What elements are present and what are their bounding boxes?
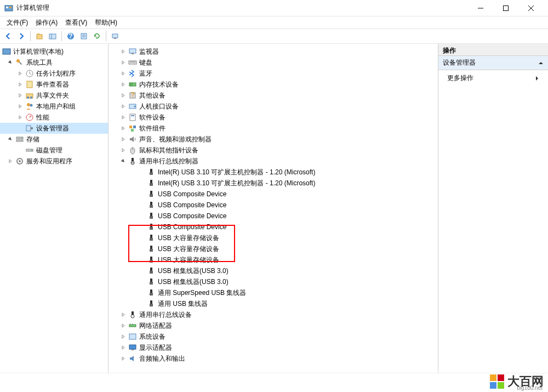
device-node[interactable]: 人机接口设备 xyxy=(109,101,438,112)
expander-icon[interactable] xyxy=(16,113,24,121)
device-node[interactable]: 系统设备 xyxy=(109,331,438,342)
expander-icon[interactable] xyxy=(16,81,24,88)
maximize-button[interactable] xyxy=(493,0,518,16)
minimize-button[interactable] xyxy=(468,0,493,16)
device-node[interactable]: 网络适配器 xyxy=(109,320,438,331)
node-device-manager[interactable]: 设备管理器 xyxy=(0,123,108,134)
device-node[interactable]: USB 大容量存储设备 xyxy=(109,254,438,265)
device-node[interactable]: 通用 USB 集线器 xyxy=(109,298,438,309)
device-node[interactable]: 通用串行总线设备 xyxy=(109,309,438,320)
expander-icon[interactable] xyxy=(16,70,24,77)
expander-icon[interactable] xyxy=(7,157,14,165)
more-actions[interactable]: 更多操作 xyxy=(438,70,548,86)
device-node[interactable]: USB 根集线器(USB 3.0) xyxy=(109,276,438,287)
device-node[interactable]: 通用 SuperSpeed USB 集线器 xyxy=(109,287,438,298)
expander-icon[interactable] xyxy=(16,103,24,110)
device-node[interactable]: 声音、视频和游戏控制器 xyxy=(109,134,438,145)
monitor-button[interactable] xyxy=(109,30,121,42)
device-node[interactable]: 键盘 xyxy=(109,57,438,68)
svg-rect-86 xyxy=(129,325,136,327)
event-icon xyxy=(25,80,34,89)
device-node[interactable]: ?其他设备 xyxy=(109,90,438,101)
usb_item-icon xyxy=(147,266,156,275)
device-node[interactable]: Intel(R) USB 3.10 可扩展主机控制器 - 1.20 (Micro… xyxy=(109,167,438,178)
node-shared-folders[interactable]: 共享文件夹 xyxy=(0,90,108,101)
menu-view[interactable]: 查看(V) xyxy=(62,17,90,29)
refresh-button[interactable] xyxy=(91,30,103,42)
device-node[interactable]: 软件组件 xyxy=(109,123,438,134)
properties-button[interactable] xyxy=(78,30,90,42)
expander-icon[interactable] xyxy=(16,92,24,99)
device-node[interactable]: 鼠标和其他指针设备 xyxy=(109,145,438,156)
expander-icon[interactable] xyxy=(119,113,127,121)
expander-icon[interactable] xyxy=(119,355,127,362)
svg-rect-61 xyxy=(150,183,153,186)
expander-icon[interactable] xyxy=(119,322,127,329)
node-computer-management[interactable]: 计算机管理(本地) xyxy=(0,46,108,57)
actions-section[interactable]: 设备管理器 xyxy=(438,56,548,70)
device-node[interactable]: USB 大容量存储设备 xyxy=(109,232,438,243)
expander-icon[interactable] xyxy=(119,81,127,88)
expander-icon[interactable] xyxy=(119,124,127,132)
expander-icon[interactable] xyxy=(119,48,127,55)
device-node[interactable]: 音频输入和输出 xyxy=(109,353,438,364)
expander-icon[interactable] xyxy=(119,146,127,154)
svg-rect-17 xyxy=(3,49,10,54)
expander-icon[interactable] xyxy=(119,344,127,351)
device-node[interactable]: USB Composite Device xyxy=(109,221,438,232)
other-icon: ? xyxy=(128,91,137,100)
device-node[interactable]: Intel(R) USB 3.10 可扩展主机控制器 - 1.20 (Micro… xyxy=(109,178,438,189)
node-local-users[interactable]: 本地用户和组 xyxy=(0,101,108,112)
forward-button[interactable] xyxy=(15,30,27,42)
device-node[interactable]: USB Composite Device xyxy=(109,189,438,200)
system_devices-icon xyxy=(128,332,137,341)
device-node[interactable]: USB 大容量存储设备 xyxy=(109,243,438,254)
expander-icon[interactable] xyxy=(119,333,127,340)
node-storage[interactable]: 存储 xyxy=(0,134,108,145)
usb_item-icon xyxy=(147,288,156,297)
device-node[interactable]: USB Composite Device xyxy=(109,200,438,211)
window-title: 计算机管理 xyxy=(16,3,468,13)
usb_item-icon xyxy=(147,245,156,253)
expander-icon[interactable] xyxy=(119,59,127,66)
svg-point-32 xyxy=(21,138,22,139)
menu-file[interactable]: 文件(F) xyxy=(3,17,31,29)
node-performance[interactable]: 性能 xyxy=(0,112,108,123)
svg-rect-55 xyxy=(132,158,134,161)
usb_controllers-icon xyxy=(128,157,137,166)
menu-help[interactable]: 帮助(H) xyxy=(92,17,121,29)
separator xyxy=(106,31,106,41)
node-disk-management[interactable]: 磁盘管理 xyxy=(0,145,108,156)
device-node[interactable]: 蓝牙 xyxy=(109,68,438,79)
up-button[interactable] xyxy=(33,30,45,42)
device-node[interactable]: 监视器 xyxy=(109,46,438,57)
expander-icon[interactable] xyxy=(7,59,14,66)
device-node[interactable]: USB 根集线器(USB 3.0) xyxy=(109,265,438,276)
monitor-icon xyxy=(128,47,137,56)
usb_item-icon xyxy=(147,299,156,308)
expander-icon[interactable] xyxy=(119,157,127,165)
help-button[interactable]: ? xyxy=(65,30,77,42)
expander-icon[interactable] xyxy=(119,311,127,319)
show-hide-button[interactable] xyxy=(47,30,59,42)
node-services-apps[interactable]: 服务和应用程序 xyxy=(0,156,108,167)
device-node[interactable]: 软件设备 xyxy=(109,112,438,123)
node-event-viewer[interactable]: 事件查看器 xyxy=(0,79,108,90)
device-node[interactable]: USB Composite Device xyxy=(109,211,438,221)
svg-rect-16 xyxy=(114,38,116,39)
expander-icon[interactable] xyxy=(119,103,127,110)
back-button[interactable] xyxy=(2,30,14,42)
svg-rect-78 xyxy=(150,279,152,282)
menu-action[interactable]: 操作(A) xyxy=(32,17,61,29)
expander-icon[interactable] xyxy=(7,135,14,143)
close-button[interactable] xyxy=(518,0,544,16)
device-node[interactable]: 显示适配器 xyxy=(109,342,438,353)
node-system-tools[interactable]: 系统工具 xyxy=(0,57,108,68)
expander-icon[interactable] xyxy=(119,70,127,77)
expander-icon[interactable] xyxy=(119,92,127,99)
node-task-scheduler[interactable]: 任务计划程序 xyxy=(0,68,108,79)
device-node[interactable]: 通用串行总线控制器 xyxy=(109,156,438,167)
mouse-icon xyxy=(128,146,137,155)
expander-icon[interactable] xyxy=(119,135,127,143)
device-node[interactable]: 内存技术设备 xyxy=(109,79,438,90)
